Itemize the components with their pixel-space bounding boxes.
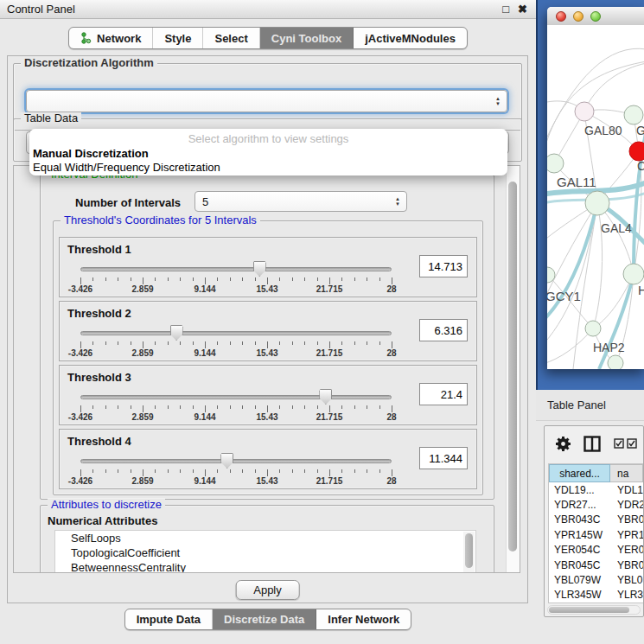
cell-name[interactable]: YDL1 [610,484,643,496]
tick-label: 9.144 [194,412,215,422]
tab-impute-data[interactable]: Impute Data [125,609,213,629]
node-label-gal80: GAL80 [584,124,622,137]
tab-style[interactable]: Style [153,28,203,48]
scrollbar-thumb[interactable] [508,182,517,552]
table-row[interactable]: YPR145WYPR1 [549,527,643,542]
cell-name[interactable]: YPR1 [610,529,643,541]
column-header-shared-name[interactable]: shared... [549,464,610,482]
threshold-1-slider[interactable] [80,260,392,277]
cell-name[interactable]: YBR0 [610,513,643,526]
node[interactable] [608,355,623,369]
window-close-icon[interactable] [556,11,566,22]
tab-label: Network [97,32,141,45]
group-title: Discretization Algorithm [21,57,157,69]
list-item[interactable]: SelfLoops [55,531,475,545]
slider-track[interactable] [80,395,392,399]
table-row[interactable]: YIL053CYIL0 [549,603,643,603]
table-row[interactable]: YBR045CYBR0 [549,558,643,572]
node-hap2[interactable] [585,321,601,336]
network-window[interactable]: GAL80 GAL11 GAL4 GCY1 HAP2 G C H [547,7,644,369]
node[interactable] [623,264,644,284]
dropdown-option-equal-width-frequency[interactable]: Equal Width/Frequency Discretization [29,161,507,175]
node[interactable] [624,105,643,124]
network-window-titlebar[interactable] [547,7,644,26]
algorithm-combobox[interactable]: ▲▼ [26,90,507,112]
cell-name[interactable]: YBL0 [610,574,643,586]
checkbox-icon[interactable] [614,438,624,449]
close-icon[interactable]: ✖ [518,3,527,16]
tab-network[interactable]: Network [69,28,153,48]
tab-cyni-toolbox[interactable]: Cyni Toolbox [260,28,354,48]
cell-shared-name[interactable]: YLR345W [549,589,610,601]
gear-icon[interactable] [555,436,571,452]
list-scrollbar[interactable] [463,532,475,573]
number-of-intervals-label: Number of Intervals [75,196,181,209]
node-selected-red[interactable] [629,142,644,161]
threshold-value-input[interactable] [419,383,468,405]
node-gal4[interactable] [585,191,609,215]
threshold-2-slider[interactable] [80,324,392,341]
scrollbar-thumb[interactable] [465,533,473,568]
tab-label: jActiveMNodules [365,32,456,45]
threshold-3-slider[interactable] [80,388,392,405]
slider-track[interactable] [80,459,392,463]
threshold-value-input[interactable] [419,255,468,277]
tick-label: 21.715 [316,348,343,358]
slider-thumb[interactable] [319,389,332,405]
slider-track[interactable] [80,331,392,335]
scrollbar-thumb[interactable] [549,607,629,613]
cell-name[interactable]: YBR0 [610,559,643,571]
threshold-4-slider[interactable] [80,452,392,469]
table-horizontal-scrollbar[interactable] [547,605,641,615]
tab-infer-network[interactable]: Infer Network [316,609,411,629]
slider-track[interactable] [80,267,392,271]
number-of-intervals-combobox[interactable]: 5 ▲▼ [194,191,407,212]
network-canvas[interactable]: GAL80 GAL11 GAL4 GCY1 HAP2 G C H [547,25,644,369]
settings-scrollbar[interactable] [506,166,520,572]
node-label-partial-g: G [636,124,644,137]
tick-label: -3.426 [68,348,92,358]
table-row[interactable]: YDL19...YDL1 [549,482,643,497]
list-item[interactable]: BetweennessCentrality [55,560,475,573]
split-panel-icon[interactable] [583,436,601,452]
table-row[interactable]: YBR043CYBR0 [549,513,643,527]
cell-shared-name[interactable]: YDR27... [549,499,610,511]
cell-shared-name[interactable]: YPR145W [549,529,610,541]
slider-thumb[interactable] [220,453,233,469]
network-icon [80,32,92,44]
cell-name[interactable]: YDR2 [610,499,643,511]
tab-select[interactable]: Select [203,28,259,48]
apply-button[interactable]: Apply [235,580,300,600]
list-item[interactable]: TopologicalCoefficient [55,545,475,560]
table-row[interactable]: YLR345WYLR3 [549,588,643,603]
threshold-label: Threshold 4 [67,435,131,448]
dropdown-option-manual-discretization[interactable]: Manual Discretization [29,147,507,161]
cell-name[interactable]: YLR3 [610,589,643,601]
cell-name[interactable]: YER0 [610,544,643,556]
slider-ticks [80,341,392,348]
node[interactable] [575,102,594,121]
node[interactable] [547,154,564,173]
threshold-value-input[interactable] [419,319,468,341]
cell-shared-name[interactable]: YBR045C [549,559,610,571]
checkbox-icon[interactable] [627,438,637,449]
window-zoom-icon[interactable] [590,11,601,22]
cell-shared-name[interactable]: YER054C [549,544,610,556]
cell-shared-name[interactable]: YBL079W [549,574,610,586]
tab-discretize-data[interactable]: Discretize Data [213,609,316,629]
column-header-name[interactable]: na [610,464,643,482]
slider-thumb[interactable] [253,261,266,277]
table-row[interactable]: YBL079WYBL0 [549,572,643,587]
tab-jactivemnodules[interactable]: jActiveMNodules [354,28,467,48]
cell-shared-name[interactable]: YBR043C [549,513,610,526]
float-window-icon[interactable]: □ [502,3,509,16]
node-label-gcy1: GCY1 [547,289,581,303]
cell-shared-name[interactable]: YDL19... [549,484,610,496]
threshold-value-input[interactable] [419,447,468,469]
table-row[interactable]: YDR27...YDR2 [549,497,643,512]
slider-thumb[interactable] [170,325,183,341]
window-minimize-icon[interactable] [573,11,583,22]
tick-label: 2.859 [131,348,153,358]
group-title: Table Data [21,112,81,124]
table-row[interactable]: YER054CYER0 [549,543,643,558]
